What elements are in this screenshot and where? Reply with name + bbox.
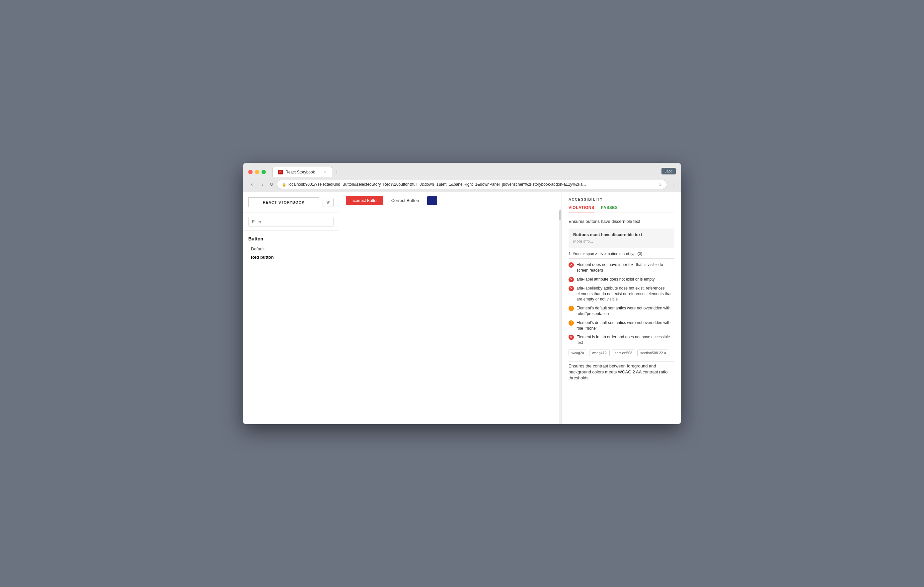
tab-title: React Storybook — [285, 170, 315, 174]
active-tab[interactable]: S React Storybook × — [272, 167, 332, 177]
blue-box-element — [427, 196, 437, 205]
issues-list: ✕ Element does not have inner text that … — [569, 262, 675, 345]
issue-text-6: Element is in tab order and does not hav… — [576, 334, 675, 345]
warning-icon-4: ! — [569, 306, 574, 311]
bookmark-icon[interactable]: ☆ — [658, 182, 662, 187]
tab-passes[interactable]: PASSES — [601, 205, 618, 212]
main-content: Incorrect Button Correct Button — [339, 192, 561, 424]
tab-close-icon[interactable]: × — [324, 169, 327, 174]
tag-wcag2a: wcag2a — [569, 350, 587, 356]
keyboard-shortcut-badge: ⌘ — [323, 198, 333, 207]
error-icon-2: ✕ — [569, 277, 574, 282]
issue-text-5: Element's default semantics were not ove… — [576, 320, 675, 331]
issue-item-4: ! Element's default semantics were not o… — [569, 306, 675, 317]
minimize-button[interactable] — [255, 170, 259, 174]
refresh-button[interactable]: ↻ — [269, 182, 274, 187]
selector-row: 1. #root > span > div > button:nth-of-ty… — [569, 252, 675, 259]
maximize-button[interactable] — [262, 170, 266, 174]
vertical-scrollbar[interactable] — [559, 209, 561, 424]
sidebar: REACT STORYBOOK ⌘ Button Default Red but… — [243, 192, 339, 424]
error-icon-1: ✕ — [569, 262, 574, 268]
address-bar: ‹ › ↻ 🔒 localhost:9001/?selectedKind=But… — [243, 177, 681, 192]
preview-area — [339, 209, 561, 424]
issue-item-2: ✕ aria-label attribute does not exist or… — [569, 276, 675, 282]
tab-violations[interactable]: VIOLATIONS — [569, 205, 594, 213]
issue-text-4: Element's default semantics were not ove… — [576, 306, 675, 317]
a11y-tabs: VIOLATIONS PASSES — [569, 205, 675, 213]
sidebar-title-button[interactable]: REACT STORYBOOK — [248, 197, 319, 207]
url-text: localhost:9001/?selectedKind=Button&sele… — [289, 182, 586, 187]
selector-text: 1. #root > span > div > button:nth-of-ty… — [569, 252, 675, 256]
user-avatar: Jaco — [662, 168, 676, 174]
sidebar-nav: Button Default Red button — [243, 231, 339, 266]
warning-icon-5: ! — [569, 321, 574, 326]
correct-button[interactable]: Correct Button — [387, 196, 424, 205]
rule2-title: Ensures the contrast between foreground … — [569, 362, 675, 381]
menu-icon[interactable]: ⋮ — [670, 181, 676, 188]
title-bar: S React Storybook × + Jaco — [243, 163, 681, 177]
error-icon-6: ✕ — [569, 335, 574, 340]
back-button[interactable]: ‹ — [248, 181, 256, 187]
tag-section508: section508 — [612, 350, 635, 356]
filter-input[interactable] — [248, 217, 333, 227]
tab-bar: S React Storybook × + Jaco — [272, 167, 676, 177]
sidebar-item-default[interactable]: Default — [248, 245, 333, 253]
issue-text-2: aria-label attribute does not exist or i… — [576, 276, 655, 282]
nav-section-title: Button — [248, 236, 333, 242]
url-bar[interactable]: 🔒 localhost:9001/?selectedKind=Button&se… — [277, 180, 667, 189]
sidebar-item-red-button[interactable]: Red button — [248, 253, 333, 261]
tab-favicon: S — [278, 170, 283, 174]
tag-section508-22a: section508.22.a — [637, 350, 669, 356]
lock-icon: 🔒 — [282, 183, 286, 187]
sidebar-header: REACT STORYBOOK ⌘ — [243, 192, 339, 213]
a11y-tags: wcag2a wcag412 section508 section508.22.… — [569, 350, 675, 356]
issue-item-6: ✕ Element is in tab order and does not h… — [569, 334, 675, 345]
close-button[interactable] — [248, 170, 252, 174]
issue-item-1: ✕ Element does not have inner text that … — [569, 262, 675, 273]
forward-button[interactable]: › — [259, 181, 266, 187]
issue-item-5: ! Element's default semantics were not o… — [569, 320, 675, 331]
a11y-panel-title: ACCESSIBILITY — [569, 197, 675, 201]
incorrect-button[interactable]: Incorrect Button — [346, 196, 383, 205]
rule1-title: Ensures buttons have discernible text — [569, 219, 675, 225]
new-tab-button[interactable]: + — [332, 168, 342, 177]
violation-box: Buttons must have discernible text More … — [569, 229, 675, 248]
preview-toolbar: Incorrect Button Correct Button — [339, 192, 561, 209]
browser-content: REACT STORYBOOK ⌘ Button Default Red but… — [243, 192, 681, 424]
issue-item-3: ✕ aria-labelledby attribute does not exi… — [569, 286, 675, 302]
issue-text-1: Element does not have inner text that is… — [576, 262, 675, 273]
sidebar-filter-area — [243, 213, 339, 231]
issue-text-3: aria-labelledby attribute does not exist… — [576, 286, 675, 302]
scrollbar-thumb[interactable] — [559, 210, 561, 220]
traffic-lights — [248, 170, 266, 174]
browser-window: S React Storybook × + Jaco ‹ › ↻ 🔒 local… — [243, 163, 681, 424]
tag-wcag412: wcag412 — [589, 350, 610, 356]
a11y-header: ACCESSIBILITY VIOLATIONS PASSES — [562, 192, 681, 213]
error-icon-3: ✕ — [569, 286, 574, 291]
accessibility-panel: ACCESSIBILITY VIOLATIONS PASSES Ensures … — [561, 192, 681, 424]
violation-box-title: Buttons must have discernible text — [573, 232, 670, 237]
a11y-body: Ensures buttons have discernible text Bu… — [562, 213, 681, 387]
more-info-link[interactable]: More info... — [573, 239, 670, 244]
